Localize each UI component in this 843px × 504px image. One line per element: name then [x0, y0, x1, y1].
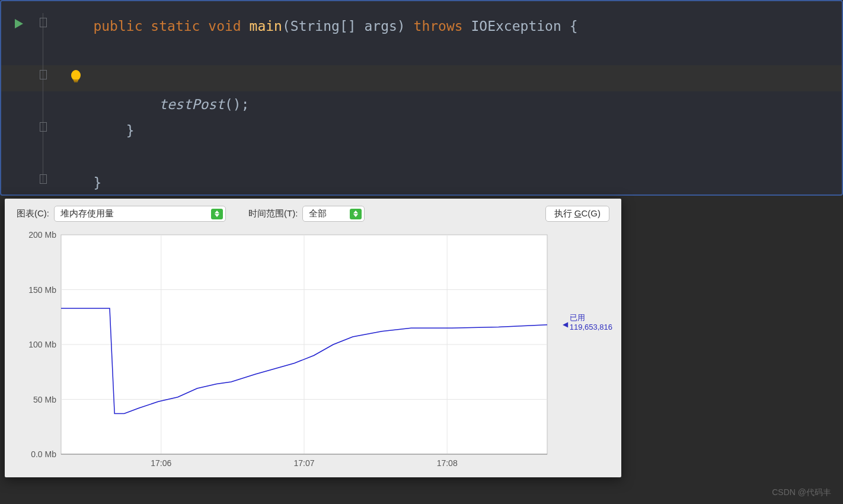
- svg-rect-2: [74, 81, 78, 82]
- gutter: [1, 1, 37, 194]
- svg-point-0: [71, 70, 81, 81]
- code-content[interactable]: public static void main(String[] args) t…: [60, 1, 842, 194]
- chart-select-label: 图表(C):: [17, 208, 49, 219]
- annotation-arrow-icon: ◀: [563, 320, 568, 328]
- svg-text:200 Mb: 200 Mb: [28, 230, 56, 240]
- perform-gc-button[interactable]: 执行 GC(G): [545, 206, 609, 222]
- chart-svg: 0.0 Mb50 Mb100 Mb150 Mb200 Mb17:0617:071…: [14, 229, 612, 472]
- fold-column: [37, 1, 60, 194]
- dropdown-arrows-icon: [211, 209, 223, 219]
- intention-bulb-icon[interactable]: [69, 69, 82, 88]
- svg-text:17:08: 17:08: [437, 458, 458, 468]
- csdn-watermark: CSDN @代码丰: [772, 487, 831, 498]
- chart-type-select[interactable]: 堆内存使用量: [54, 206, 226, 222]
- current-line-highlight: [1, 65, 842, 91]
- svg-text:150 Mb: 150 Mb: [28, 285, 56, 295]
- svg-text:17:07: 17:07: [293, 458, 314, 468]
- fold-handle-icon[interactable]: [40, 122, 47, 132]
- dropdown-arrows-icon: [350, 209, 362, 219]
- memory-monitor-panel: 图表(C): 堆内存使用量 时间范围(T): 全部 执行 GC(G) 0.0 M…: [5, 199, 621, 477]
- time-range-select[interactable]: 全部: [302, 206, 365, 222]
- svg-text:100 Mb: 100 Mb: [28, 340, 56, 349]
- run-icon[interactable]: [14, 18, 24, 33]
- used-memory-annotation: ◀ 已用 119,653,816: [570, 313, 612, 331]
- svg-rect-1: [74, 79, 78, 81]
- svg-text:50 Mb: 50 Mb: [33, 395, 56, 404]
- code-editor[interactable]: public static void main(String[] args) t…: [0, 0, 843, 196]
- monitor-toolbar: 图表(C): 堆内存使用量 时间范围(T): 全部 执行 GC(G): [5, 199, 621, 229]
- fold-handle-icon[interactable]: [40, 174, 47, 184]
- svg-text:0.0 Mb: 0.0 Mb: [31, 449, 56, 459]
- svg-text:17:06: 17:06: [151, 458, 171, 468]
- fold-handle-icon[interactable]: [40, 18, 47, 27]
- heap-memory-chart: 0.0 Mb50 Mb100 Mb150 Mb200 Mb17:0617:071…: [14, 229, 612, 472]
- fold-handle-icon[interactable]: [40, 70, 47, 79]
- time-range-label: 时间范围(T):: [248, 208, 298, 219]
